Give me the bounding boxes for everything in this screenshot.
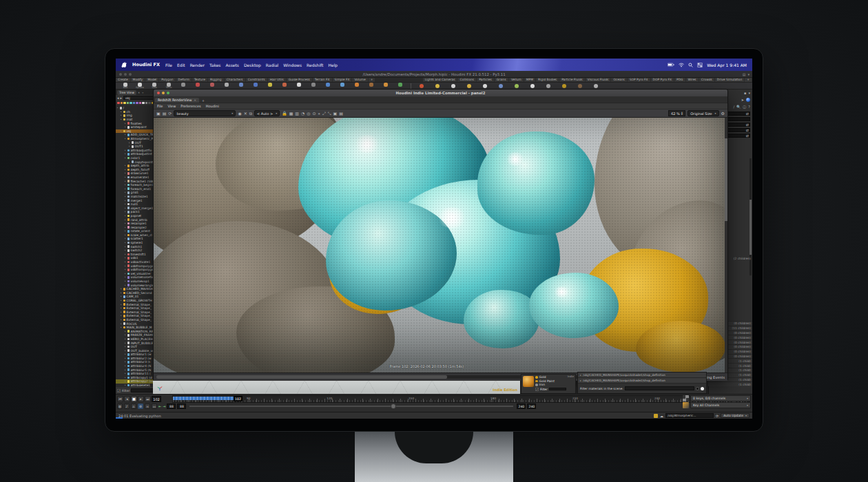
loop-icon[interactable]: ∞ [145,404,150,409]
chevron-right-icon[interactable]: ▸ [580,373,581,377]
jump-icon[interactable]: ⇄ [746,128,749,132]
palette-swatch[interactable] [148,102,151,105]
tab-redshift-renderview[interactable]: Redshift RenderView ✕ [155,98,199,103]
pin-icon[interactable]: ➤ [741,98,744,102]
shelf-tab[interactable]: Create [116,78,130,82]
shelf-tab[interactable]: Viscous Fluids [586,78,611,82]
shelf-tab[interactable]: Texture [192,78,207,82]
shelf-tab[interactable]: Simple FX [333,78,352,82]
grid-icon[interactable]: ▦ [289,111,293,116]
shrink-icon[interactable]: ⤡ [328,111,331,116]
menu-item[interactable]: Preferences [180,104,200,108]
add-tab-icon[interactable]: ＋ [141,91,144,94]
material-path-row[interactable]: ▸ /obj/CACHED_MAINSHAPE/uvquickshade2/sh… [578,378,706,384]
shelf-tab[interactable]: Particles [477,78,494,82]
shelf-tab[interactable]: Oceans [611,78,626,82]
playhead[interactable]: 102 [234,396,242,401]
shelf-tab[interactable]: Drive Simulation [715,78,745,82]
shelf-tool[interactable] [544,84,552,88]
shelf-tool[interactable] [266,83,274,89]
step-in-icon[interactable]: ⇤ [158,404,161,408]
shelf-tool[interactable] [280,83,289,89]
material-path-row[interactable]: ▸ /obj/CACHED_MAINSHAPE/uvquickshade1/sh… [578,373,706,378]
shelf-tool[interactable]: Torus [165,83,173,89]
shelf-tool[interactable] [194,83,202,89]
shelf-tool[interactable] [576,84,584,88]
go-end-button[interactable]: ⏭ [145,396,151,402]
focus-icon[interactable]: ⌖ [318,111,320,116]
cloud-icon[interactable]: ☁ [660,414,663,418]
filter-checkbox[interactable]: ✓ [117,389,121,392]
slider-handle[interactable] [391,404,396,409]
app-menu-name[interactable]: Houdini FX [132,62,160,67]
range-icon[interactable]: ▭ [152,404,157,409]
sample-icon[interactable]: ⊙ [312,111,316,116]
palette-swatch[interactable] [133,102,136,105]
shelf-tab[interactable]: Rigid Bodies [536,78,559,82]
add-tab-icon[interactable]: ＋ [201,98,205,103]
shelf-tab[interactable]: Grains [495,78,508,82]
shelf-tool[interactable]: Tube [150,83,158,89]
palette-swatch[interactable] [127,102,130,105]
folder-icon[interactable]: ▤ [163,111,167,116]
white-swatch-icon[interactable] [701,387,704,390]
shelf-tool[interactable] [367,83,375,89]
menubar-item[interactable]: Edit [177,63,185,67]
shelf-tab[interactable]: MPM [524,78,535,82]
network-editor[interactable]: Indie Edition [153,380,520,394]
render-icon[interactable]: ◉ [238,111,241,116]
shelf-tab[interactable]: + [369,78,375,82]
wifi-icon[interactable] [679,63,684,67]
shelf-tab[interactable]: Volume [352,78,367,82]
battery-icon[interactable] [668,63,674,67]
realtime-toggle-icon[interactable]: ◍ [117,404,123,409]
shelf-tab[interactable]: Polygon [159,78,175,82]
range-start-field[interactable]: 88 [167,404,176,409]
context-path-field[interactable]: /obj/Atmospheric... [665,413,714,418]
menubar-item[interactable]: Redshift [307,63,323,67]
close-tab-icon[interactable]: ✕ [138,91,140,94]
range-slider[interactable] [189,406,513,407]
target-icon[interactable]: ◎ [307,111,310,116]
auto-update-select[interactable]: Auto Update ▾ [721,413,750,418]
pane-split-icon[interactable]: ▪ [744,91,746,95]
palette-swatch[interactable] [145,102,148,105]
shelf-tool[interactable] [251,83,260,89]
crop-icon[interactable]: ⧉ [249,111,252,116]
shelf-tool[interactable] [237,83,245,89]
chevron-down-icon[interactable]: ▾ [748,91,750,95]
image-scrollbar[interactable] [725,118,727,373]
menubar-item[interactable]: Help [328,63,338,67]
filter-checkbox[interactable]: ✓ [535,388,539,391]
timeline-ruler[interactable]: 102 90120150180210240 [172,395,750,403]
current-frame-field[interactable]: 102 [152,396,161,402]
shelf-tool[interactable] [449,84,457,88]
shelf-tab[interactable]: Guide Process [287,78,312,82]
shelf-tab[interactable]: Modify [131,78,145,82]
shelf-tool[interactable]: Box [121,83,130,89]
shelf-tab[interactable]: PDG [674,78,685,82]
shelf-tab[interactable]: Terrain FX [313,78,332,82]
layers-icon[interactable]: ▣ [333,111,338,116]
stop-button[interactable]: ■ [131,396,137,402]
shelf-tab[interactable]: Rigging [208,78,224,82]
refresh-icon[interactable]: ⟳ [168,111,172,116]
shelf-tool[interactable] [208,83,216,89]
shelf-tab[interactable]: Constraints [246,78,267,82]
menubar-item[interactable]: Takes [209,63,220,67]
magnify-icon[interactable]: 🔍 [736,105,741,109]
snapshot-mode-select[interactable]: < Auto > ▾ [254,110,280,116]
shelf-tab[interactable]: Hair Utils [268,78,286,82]
control-center-icon[interactable] [697,63,703,67]
list-icon[interactable]: ▤ [339,111,343,116]
info-icon[interactable]: ⓘ [743,105,746,109]
zoom-stepper[interactable]: ▲▼ [681,112,683,115]
shelf-tool[interactable] [338,83,347,89]
lock-icon[interactable]: 🔒 [282,111,287,116]
shelf-tool[interactable] [382,83,390,89]
forward-icon[interactable]: ▸ [121,96,123,100]
palette-swatch[interactable] [123,102,126,105]
children-count-row[interactable]: (1 child) [708,381,752,386]
menu-item[interactable]: File [157,104,163,108]
clock-icon[interactable]: ◔ [301,111,304,116]
